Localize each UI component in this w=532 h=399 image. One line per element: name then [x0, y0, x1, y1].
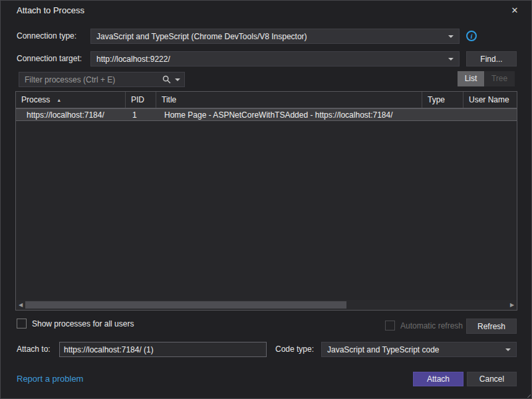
chevron-down-icon[interactable]: [175, 78, 180, 81]
column-header-type[interactable]: Type: [422, 92, 464, 108]
pid-cell: 1: [126, 110, 156, 120]
scroll-right-icon[interactable]: ▶: [507, 300, 517, 310]
chevron-down-icon[interactable]: [448, 58, 454, 61]
attach-to-label: Attach to:: [17, 342, 51, 357]
title-cell: Home Page - ASPNetCoreWithTSAdded - http…: [156, 110, 422, 120]
code-type-dropdown[interactable]: JavaScript and TypeScript code: [321, 342, 517, 357]
tree-view-button[interactable]: Tree: [484, 71, 515, 86]
connection-type-value: JavaScript and TypeScript (Chrome DevToo…: [96, 32, 444, 41]
automatic-refresh-label: Automatic refresh: [400, 321, 463, 331]
column-header-pid[interactable]: PID: [126, 92, 156, 108]
scroll-left-icon[interactable]: ◀: [16, 300, 25, 310]
show-all-users-option[interactable]: Show processes for all users: [17, 319, 134, 329]
scrollbar-thumb[interactable]: [25, 301, 346, 309]
show-all-users-label: Show processes for all users: [32, 319, 134, 329]
find-button[interactable]: Find...: [466, 51, 517, 66]
refresh-button[interactable]: Refresh: [466, 319, 517, 334]
resize-grip[interactable]: [523, 390, 531, 398]
titlebar: Attach to Process ✕: [1, 1, 531, 21]
column-header-process-label: Process: [21, 95, 50, 104]
report-a-problem-link[interactable]: Report a problem: [17, 374, 83, 384]
connection-target-label: Connection target:: [17, 51, 82, 66]
sort-ascending-icon: ▲: [57, 98, 61, 102]
chevron-down-icon[interactable]: [448, 35, 454, 38]
attach-to-process-dialog: { "dialog": { "title": "Attach to Proces…: [0, 0, 532, 399]
column-header-title[interactable]: Title: [156, 92, 422, 108]
list-view-button[interactable]: List: [458, 71, 484, 86]
connection-type-dropdown[interactable]: JavaScript and TypeScript (Chrome DevToo…: [90, 29, 460, 44]
filter-processes-input[interactable]: [19, 72, 162, 86]
horizontal-scrollbar[interactable]: ◀ ▶: [16, 300, 517, 310]
process-cell: https://localhost:7184/: [16, 110, 126, 120]
show-all-users-checkbox[interactable]: [17, 319, 27, 329]
dialog-title: Attach to Process: [17, 1, 84, 21]
column-header-process[interactable]: Process ▲: [16, 92, 126, 108]
connection-target-value: http://localhost:9222/: [96, 55, 444, 64]
code-type-value: JavaScript and TypeScript code: [327, 345, 501, 354]
info-icon[interactable]: i: [466, 31, 477, 41]
close-icon[interactable]: ✕: [503, 1, 526, 21]
automatic-refresh-option: Automatic refresh: [385, 321, 463, 331]
connection-target-dropdown[interactable]: http://localhost:9222/: [90, 51, 460, 66]
code-type-label: Code type:: [275, 342, 314, 357]
cancel-button[interactable]: Cancel: [467, 372, 517, 386]
filter-processes-box[interactable]: [19, 72, 185, 87]
table-row-selected[interactable]: https://localhost:7184/ 1 Home Page - AS…: [16, 108, 517, 121]
attach-to-value: https://localhost:7184/ (1): [64, 345, 154, 354]
connection-type-label: Connection type:: [17, 29, 76, 44]
process-table: Process ▲ PID Title Type User Name https…: [15, 91, 517, 311]
table-header: Process ▲ PID Title Type User Name: [16, 92, 517, 108]
search-icon[interactable]: [162, 75, 184, 84]
table-body: https://localhost:7184/ 1 Home Page - AS…: [16, 108, 517, 300]
attach-to-field[interactable]: https://localhost:7184/ (1): [59, 342, 267, 357]
attach-button[interactable]: Attach: [413, 372, 464, 386]
column-header-user-name[interactable]: User Name: [464, 92, 517, 108]
chevron-down-icon[interactable]: [505, 348, 511, 351]
automatic-refresh-checkbox: [385, 321, 395, 331]
